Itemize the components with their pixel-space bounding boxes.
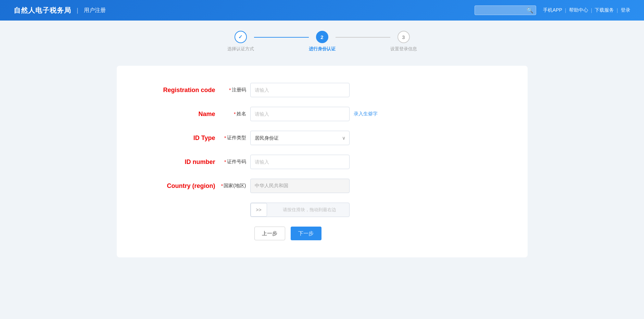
- label-cn-country: * 国家(地区): [219, 183, 250, 189]
- label-cn-name: * 姓名: [219, 111, 250, 117]
- registration-code-input[interactable]: [250, 83, 350, 97]
- label-en-registration-code: Registration code: [144, 87, 219, 94]
- site-logo: 自然人电子税务局: [14, 6, 71, 15]
- label-en-country: Country (region): [144, 182, 219, 190]
- nav-login[interactable]: 登录: [621, 7, 630, 13]
- name-input[interactable]: [250, 107, 350, 121]
- required-star-1: *: [234, 111, 236, 117]
- form-row-registration-code: Registration code * 注册码: [144, 83, 500, 97]
- rare-char-link[interactable]: 录入生僻字: [354, 111, 378, 117]
- step-2-circle: 2: [316, 31, 328, 43]
- id-type-select-wrap: 居民身份证 护照 港澳居民来往内地通行证 台湾居民来往大陆通行证 ∨: [250, 131, 350, 145]
- header-right: 🔍 手机APP | 帮助中心 | 下载服务 | 登录: [475, 5, 630, 15]
- search-wrap: 🔍: [475, 5, 536, 15]
- required-star-3: *: [224, 159, 226, 165]
- nav-help-center[interactable]: 帮助中心: [569, 7, 588, 13]
- form-row-slider: . . >> 请按住滑块，拖动到最右边: [144, 203, 500, 217]
- steps-container: ✓ 选择认证方式 2 进行身份认证 3 设置登录信息: [227, 31, 417, 52]
- step-2-number: 2: [320, 34, 323, 40]
- slider-captcha: >> 请按住滑块，拖动到最右边: [250, 203, 350, 217]
- step-2: 2 进行身份认证: [309, 31, 336, 52]
- search-button[interactable]: 🔍: [527, 7, 533, 14]
- double-arrow-icon: >>: [256, 207, 261, 213]
- header-nav: 手机APP | 帮助中心 | 下载服务 | 登录: [543, 7, 630, 13]
- form-row-name: Name * 姓名 录入生僻字: [144, 107, 500, 121]
- label-en-name: Name: [144, 111, 219, 118]
- label-cn-registration-code: * 注册码: [219, 87, 250, 93]
- form-row-country: Country (region) * 国家(地区): [144, 179, 500, 193]
- step-3-label: 设置登录信息: [390, 46, 417, 52]
- required-star-2: *: [224, 135, 226, 141]
- step-line-1: [254, 37, 309, 38]
- header-left: 自然人电子税务局 | 用户注册: [14, 6, 106, 15]
- label-cn-id-type: * 证件类型: [219, 135, 250, 141]
- nav-download[interactable]: 下载服务: [595, 7, 614, 13]
- step-1-label: 选择认证方式: [227, 46, 254, 52]
- prev-button[interactable]: 上一步: [254, 227, 285, 240]
- nav-sep-2: |: [591, 8, 592, 13]
- header: 自然人电子税务局 | 用户注册 🔍 手机APP | 帮助中心 | 下载服务 | …: [0, 0, 644, 21]
- nav-sep-1: |: [565, 8, 566, 13]
- slider-hint-text: 请按住滑块，拖动到最右边: [267, 207, 349, 213]
- step-1-circle: ✓: [235, 31, 247, 43]
- search-icon: 🔍: [527, 8, 533, 13]
- label-cn-id-number: * 证件号码: [219, 159, 250, 165]
- label-en-id-number: ID number: [144, 158, 219, 166]
- required-star-0: *: [229, 87, 231, 93]
- slider-button[interactable]: >>: [251, 203, 267, 217]
- step-1: ✓ 选择认证方式: [227, 31, 254, 52]
- form-card: Registration code * 注册码 Name * 姓名 录入生僻字 …: [117, 66, 528, 257]
- step-2-label: 进行身份认证: [309, 46, 336, 52]
- check-icon: ✓: [238, 34, 243, 40]
- nav-mobile-app[interactable]: 手机APP: [543, 7, 562, 13]
- id-number-input[interactable]: [250, 155, 350, 169]
- nav-sep-3: |: [617, 8, 618, 13]
- step-3-circle: 3: [397, 31, 410, 43]
- btn-row: 上一步 下一步: [254, 227, 500, 240]
- step-line-2: [336, 37, 390, 38]
- header-divider: |: [77, 7, 78, 14]
- required-star-4: *: [221, 183, 223, 189]
- id-type-select[interactable]: 居民身份证 护照 港澳居民来往内地通行证 台湾居民来往大陆通行证: [250, 131, 350, 145]
- country-input: [250, 179, 350, 193]
- page-subtitle: 用户注册: [84, 7, 106, 14]
- next-button[interactable]: 下一步: [291, 227, 321, 240]
- step-3-number: 3: [402, 34, 405, 40]
- main-content: Registration code * 注册码 Name * 姓名 录入生僻字 …: [0, 59, 644, 271]
- label-en-id-type: ID Type: [144, 135, 219, 142]
- form-row-id-type: ID Type * 证件类型 居民身份证 护照 港澳居民来往内地通行证 台湾居民…: [144, 131, 500, 145]
- form-row-id-number: ID number * 证件号码: [144, 155, 500, 169]
- progress-section: ✓ 选择认证方式 2 进行身份认证 3 设置登录信息: [0, 21, 644, 59]
- step-3: 3 设置登录信息: [390, 31, 417, 52]
